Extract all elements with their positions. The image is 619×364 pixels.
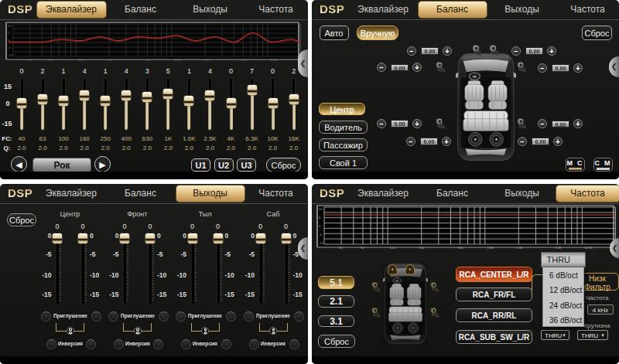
svg-text:2.0K: 2.0K	[516, 246, 523, 250]
svg-text:10.0K: 10.0K	[584, 246, 593, 250]
svg-text:200: 200	[107, 58, 113, 62]
svg-text:10.0K: 10.0K	[270, 58, 279, 62]
svg-text:500: 500	[458, 246, 464, 250]
svg-text:50: 50	[361, 246, 364, 250]
svg-text:100: 100	[78, 58, 84, 62]
svg-text:100: 100	[390, 246, 396, 250]
svg-text:1.0K: 1.0K	[487, 246, 494, 250]
svg-text:500: 500	[145, 58, 151, 62]
svg-text:1.0K: 1.0K	[174, 58, 181, 62]
svg-text:200: 200	[419, 246, 426, 250]
svg-text:-6: -6	[8, 46, 11, 49]
svg-text:12: 12	[319, 207, 323, 211]
svg-text:5.0K: 5.0K	[241, 58, 248, 62]
svg-text:-12: -12	[319, 241, 324, 245]
svg-text:50: 50	[49, 58, 53, 62]
svg-text:6: 6	[319, 216, 321, 219]
svg-text:6: 6	[8, 31, 10, 35]
svg-text:-6: -6	[319, 233, 322, 236]
svg-text:12: 12	[8, 24, 12, 28]
svg-text:2.0K: 2.0K	[203, 58, 210, 62]
svg-text:30: 30	[28, 58, 32, 62]
svg-text:30: 30	[339, 246, 343, 250]
svg-text:5.0K: 5.0K	[555, 246, 562, 250]
svg-text:0: 0	[319, 224, 321, 228]
svg-text:-12: -12	[8, 53, 13, 57]
